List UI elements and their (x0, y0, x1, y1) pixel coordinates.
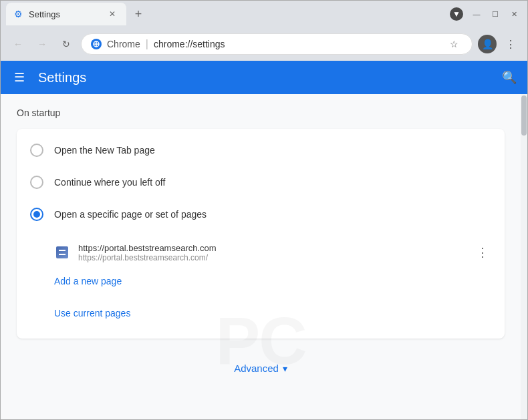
profile-icon-title[interactable]: ▼ (450, 7, 463, 21)
option-continue-label: Continue where you left off (54, 177, 165, 188)
address-actions: ☆ (445, 35, 463, 53)
profile-icon: 👤 (482, 39, 493, 49)
option-new-tab-label: Open the New Tab page (54, 145, 155, 156)
tab-favicon-icon: ⚙ (14, 9, 25, 19)
address-url: chrome://settings (154, 39, 225, 49)
startup-page-favicon (54, 244, 70, 260)
address-site-name: Chrome (107, 39, 140, 49)
option-specific-row[interactable]: Open a specific page or set of pages (17, 198, 505, 230)
on-startup-section-title: On startup (17, 108, 505, 118)
forward-button[interactable]: → (33, 35, 51, 53)
startup-options-card: Open the New Tab page Continue where you… (17, 129, 505, 339)
option-specific-label: Open a specific page or set of pages (54, 209, 207, 220)
close-button[interactable]: ✕ (506, 6, 522, 22)
refresh-button[interactable]: ↻ (57, 35, 76, 53)
window-controls: ▼ — ☐ ✕ (450, 6, 522, 22)
settings-content: PC On startup Open the New Tab page Cont… (1, 94, 521, 419)
minimize-button[interactable]: — (469, 6, 485, 22)
option-new-tab-radio[interactable] (30, 144, 43, 157)
startup-page-title: https://portal.beststreamsearch.com (78, 243, 466, 253)
option-continue-row[interactable]: Continue where you left off (17, 166, 505, 198)
address-input[interactable]: Chrome | chrome://settings ☆ (81, 33, 473, 55)
maximize-button[interactable]: ☐ (487, 6, 503, 22)
browser-window: ⚙ Settings ✕ + ▼ — ☐ ✕ ← → ↻ Chrome | ch… (0, 0, 528, 420)
advanced-button[interactable]: Advanced ▾ (234, 363, 287, 374)
startup-page-entry: https://portal.beststreamsearch.com http… (54, 236, 491, 269)
advanced-section: Advanced ▾ (17, 352, 505, 385)
settings-main: PC On startup Open the New Tab page Cont… (1, 94, 527, 419)
hamburger-menu-button[interactable]: ☰ (11, 67, 27, 87)
active-tab[interactable]: ⚙ Settings ✕ (6, 3, 126, 25)
use-current-pages-section: Use current pages (17, 301, 505, 333)
startup-page-info: https://portal.beststreamsearch.com http… (78, 243, 466, 262)
advanced-label: Advanced (234, 363, 279, 374)
option-new-tab-row[interactable]: Open the New Tab page (17, 134, 505, 166)
option-continue-radio[interactable] (30, 176, 43, 189)
scrollbar-track[interactable] (521, 94, 527, 419)
tab-close-button[interactable]: ✕ (106, 8, 118, 20)
bookmark-button[interactable]: ☆ (445, 35, 463, 53)
title-bar: ⚙ Settings ✕ + ▼ — ☐ ✕ (1, 1, 527, 27)
new-tab-button[interactable]: + (129, 5, 148, 23)
settings-header-title: Settings (38, 70, 86, 85)
use-current-pages-button[interactable]: Use current pages (54, 301, 491, 325)
chevron-down-icon: ▾ (283, 363, 287, 374)
startup-page-menu-button[interactable]: ⋮ (474, 242, 491, 262)
profile-button[interactable]: 👤 (478, 35, 497, 53)
back-button[interactable]: ← (9, 35, 27, 53)
startup-page-url: https://portal.beststreamsearch.com/ (78, 253, 466, 262)
scrollbar-thumb[interactable] (521, 95, 527, 136)
browser-menu-button[interactable]: ⋮ (502, 35, 519, 53)
startup-pages-section: https://portal.beststreamsearch.com http… (17, 230, 505, 301)
startup-page-favicon-img (56, 246, 68, 258)
address-separator: | (146, 38, 148, 50)
settings-search-button[interactable]: 🔍 (502, 70, 517, 85)
address-bar: ← → ↻ Chrome | chrome://settings ☆ 👤 ⋮ (1, 27, 527, 61)
profile-dropdown-icon: ▼ (452, 9, 460, 19)
settings-header: ☰ Settings 🔍 (1, 61, 527, 94)
option-specific-radio[interactable] (30, 208, 43, 221)
tab-title: Settings (29, 9, 60, 19)
add-new-page-button[interactable]: Add a new page (54, 269, 491, 293)
address-favicon-icon (91, 39, 102, 49)
